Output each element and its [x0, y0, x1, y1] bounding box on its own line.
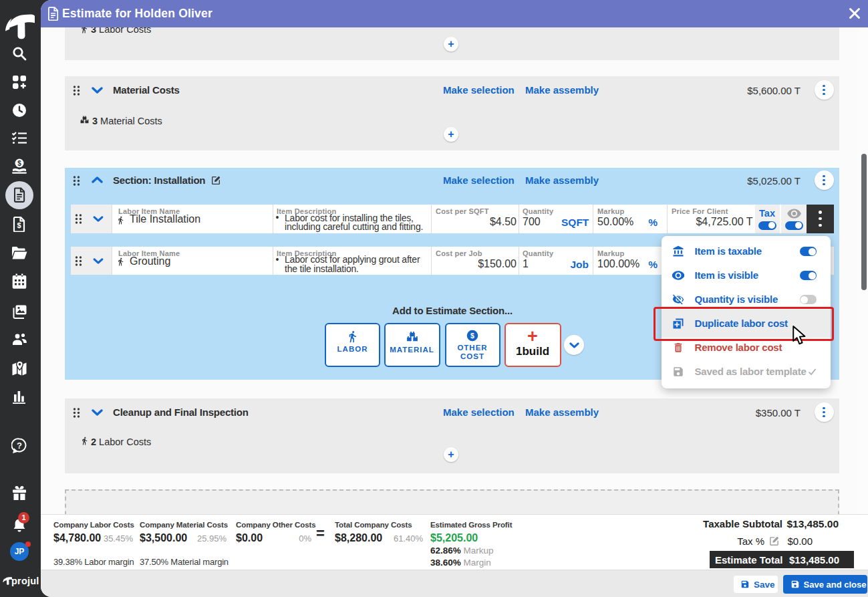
- svg-text:$: $: [17, 221, 21, 229]
- svg-text:?: ?: [17, 441, 22, 451]
- svg-text:$: $: [17, 160, 21, 167]
- svg-text:$: $: [470, 332, 474, 340]
